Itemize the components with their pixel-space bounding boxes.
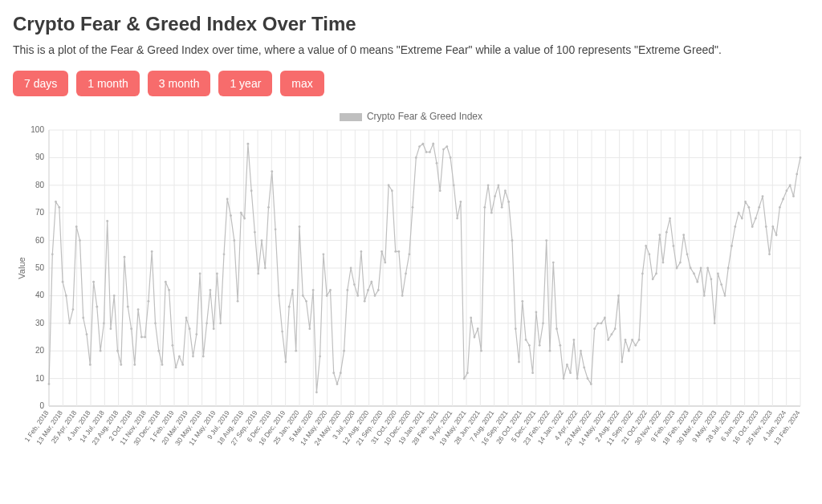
svg-point-259	[474, 336, 476, 339]
svg-point-321	[686, 253, 689, 255]
svg-point-341	[755, 217, 757, 220]
svg-point-317	[673, 245, 675, 247]
svg-point-338	[744, 201, 747, 203]
svg-point-279	[542, 322, 544, 324]
svg-point-165	[151, 250, 153, 253]
svg-point-267	[501, 206, 503, 209]
svg-point-235	[391, 189, 393, 192]
svg-point-140	[65, 295, 67, 297]
svg-point-298	[607, 339, 609, 341]
svg-point-160	[133, 364, 136, 366]
svg-point-326	[703, 295, 706, 297]
svg-point-287	[569, 372, 572, 374]
svg-text:70: 70	[35, 208, 45, 217]
svg-point-141	[68, 322, 71, 324]
svg-point-312	[655, 273, 657, 275]
svg-point-280	[545, 239, 547, 242]
svg-point-224	[353, 283, 356, 286]
svg-point-201	[275, 228, 277, 230]
svg-point-314	[662, 262, 665, 264]
svg-point-311	[652, 278, 654, 280]
svg-point-148	[92, 281, 95, 283]
svg-point-187	[226, 198, 229, 201]
svg-point-179	[199, 273, 201, 275]
svg-point-185	[219, 322, 222, 324]
svg-point-232	[380, 250, 383, 253]
svg-point-299	[611, 333, 613, 335]
svg-point-348	[779, 206, 781, 209]
svg-point-271	[515, 327, 517, 330]
svg-point-332	[724, 295, 726, 297]
svg-text:60: 60	[35, 236, 45, 245]
svg-point-320	[682, 234, 685, 236]
range-3month-button[interactable]: 3 month	[148, 71, 211, 96]
svg-point-147	[89, 364, 92, 366]
svg-point-231	[377, 289, 380, 291]
svg-point-154	[113, 295, 116, 297]
svg-point-145	[82, 317, 84, 319]
svg-point-196	[257, 273, 259, 275]
svg-point-202	[278, 295, 280, 297]
svg-point-289	[576, 377, 579, 380]
svg-point-256	[463, 377, 466, 380]
svg-point-213	[315, 391, 318, 393]
svg-point-291	[583, 366, 585, 368]
svg-point-261	[480, 350, 482, 352]
svg-point-164	[148, 300, 150, 303]
svg-point-319	[679, 262, 682, 264]
svg-point-293	[590, 383, 592, 385]
svg-point-172	[175, 366, 177, 368]
svg-point-143	[75, 226, 78, 228]
svg-text:80: 80	[35, 181, 45, 189]
svg-point-285	[563, 377, 565, 380]
svg-point-144	[79, 239, 81, 242]
svg-text:50: 50	[35, 263, 45, 272]
svg-point-260	[477, 327, 479, 330]
svg-point-306	[634, 344, 637, 347]
svg-point-337	[741, 217, 743, 220]
svg-point-203	[281, 331, 283, 333]
svg-point-297	[604, 317, 606, 319]
svg-point-222	[346, 289, 348, 291]
range-1year-button[interactable]: 1 year	[218, 71, 272, 96]
svg-point-239	[405, 273, 407, 275]
svg-point-227	[364, 300, 366, 303]
svg-point-266	[498, 184, 500, 186]
svg-point-248	[436, 162, 438, 165]
svg-point-174	[181, 364, 184, 366]
svg-point-237	[398, 250, 401, 253]
svg-point-294	[593, 327, 596, 330]
svg-point-343	[762, 195, 764, 197]
svg-point-168	[161, 364, 164, 366]
range-7days-button[interactable]: 7 days	[13, 71, 68, 96]
svg-point-350	[786, 189, 788, 192]
range-1month-button[interactable]: 1 month	[76, 71, 140, 96]
svg-text:Value: Value	[17, 257, 26, 278]
range-max-button[interactable]: max	[280, 71, 324, 96]
svg-point-207	[295, 350, 297, 352]
svg-point-191	[240, 212, 242, 214]
svg-point-313	[658, 234, 661, 236]
svg-point-238	[401, 295, 404, 297]
svg-point-149	[96, 306, 98, 308]
svg-point-171	[172, 344, 174, 347]
svg-point-346	[771, 226, 774, 228]
svg-point-315	[665, 231, 668, 234]
svg-point-339	[748, 206, 751, 209]
svg-point-336	[738, 212, 740, 214]
svg-point-342	[758, 206, 760, 209]
svg-point-310	[649, 253, 651, 255]
svg-point-155	[116, 350, 119, 352]
svg-point-270	[511, 239, 514, 242]
svg-point-322	[690, 267, 692, 270]
svg-point-214	[319, 356, 321, 358]
svg-point-329	[714, 322, 716, 324]
svg-point-230	[374, 295, 376, 297]
svg-point-138	[58, 206, 60, 209]
svg-point-176	[189, 327, 191, 330]
svg-point-333	[727, 267, 730, 270]
svg-point-351	[789, 184, 791, 186]
svg-point-157	[124, 256, 126, 258]
svg-point-135	[48, 383, 51, 385]
svg-point-229	[370, 281, 372, 283]
